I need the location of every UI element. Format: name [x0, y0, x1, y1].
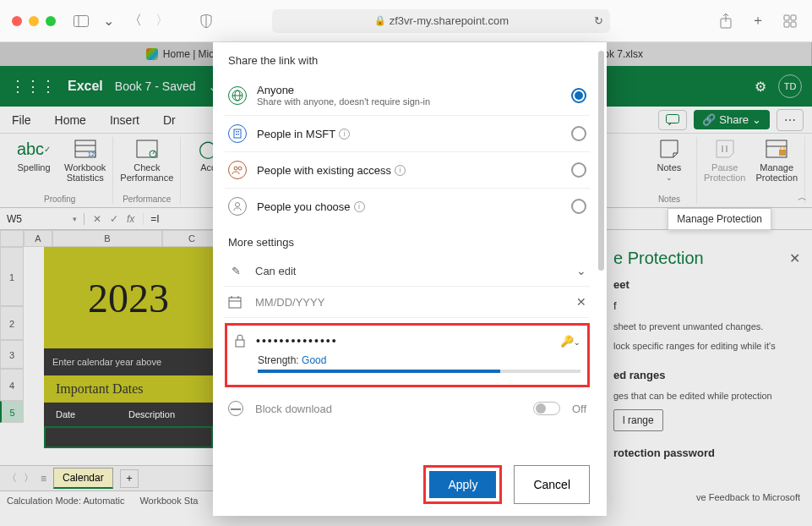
manage-protection-button[interactable]: Manage Protection: [755, 137, 798, 202]
sidebar-toggle-icon[interactable]: [71, 11, 91, 31]
notes-button[interactable]: Notes ⌄: [649, 137, 689, 193]
row-header[interactable]: 1: [0, 247, 24, 306]
wb-stats-status[interactable]: Workbook Sta: [139, 496, 198, 506]
calc-mode[interactable]: Calculation Mode: Automatic: [7, 496, 124, 506]
info-icon[interactable]: i: [339, 129, 350, 140]
tab-overview-icon[interactable]: [780, 11, 800, 31]
option-choose[interactable]: People you choosei: [225, 189, 590, 224]
safari-toolbar: ⌄ 〈 〉 🔒 zf3vr-my.sharepoint.com ↻ ＋: [0, 0, 812, 42]
pause-protection-button[interactable]: Pause Protection: [704, 137, 746, 202]
add-sheet-button[interactable]: ＋: [120, 469, 139, 488]
info-icon[interactable]: i: [395, 165, 406, 176]
col-header[interactable]: A: [24, 230, 52, 247]
pause-icon: [713, 137, 737, 161]
hint-cell[interactable]: Enter calendar year above: [44, 348, 213, 375]
svg-point-30: [234, 167, 237, 170]
block-toggle[interactable]: [533, 402, 560, 415]
shield-icon[interactable]: [196, 11, 216, 31]
col-header[interactable]: B: [52, 230, 162, 247]
sheet-nav-next[interactable]: 〉: [24, 471, 34, 485]
section-heading: eet: [613, 278, 800, 291]
chevron-down-icon: ▾: [73, 215, 77, 223]
share-settings-dialog: Share the link with Anyone Share with an…: [213, 42, 607, 516]
option-desc: Share with anyone, doesn't require sign-…: [257, 96, 561, 107]
section-heading: ed ranges: [613, 369, 800, 381]
close-window-button[interactable]: [12, 16, 22, 26]
fullscreen-window-button[interactable]: [46, 16, 56, 26]
scrollbar[interactable]: [598, 51, 604, 271]
option-msft[interactable]: People in MSFTi: [225, 116, 590, 152]
sheet-nav-prev[interactable]: 〈: [7, 471, 17, 485]
radio[interactable]: [571, 126, 586, 141]
forward-button[interactable]: 〉: [152, 11, 172, 31]
tab-draw[interactable]: Dr: [163, 113, 176, 127]
spelling-button[interactable]: abc✓ Spelling: [14, 137, 54, 193]
tab-insert[interactable]: Insert: [110, 113, 139, 127]
back-button[interactable]: 〈: [125, 11, 145, 31]
formula-value[interactable]: =I: [144, 213, 166, 225]
share-button[interactable]: 🔗 Share ⌄: [694, 110, 770, 129]
select-all-corner[interactable]: [0, 230, 24, 247]
clear-icon[interactable]: ✕: [576, 295, 586, 309]
permission-selector[interactable]: ✎ Can edit ⌄: [225, 255, 590, 287]
row-headers: 1 2 3 4 5: [0, 247, 24, 423]
accept-formula-icon[interactable]: ✓: [110, 213, 118, 225]
address-bar[interactable]: 🔒 zf3vr-my.sharepoint.com ↻: [272, 9, 610, 33]
fx-icon[interactable]: fx: [127, 213, 134, 225]
radio[interactable]: [571, 162, 586, 178]
dialog-section-title: Share the link with: [225, 54, 590, 67]
collapse-ribbon-icon[interactable]: ︿: [798, 191, 807, 204]
person-icon: [228, 197, 247, 216]
name-box[interactable]: W5 ▾: [0, 213, 84, 225]
building-icon: [228, 124, 247, 143]
expiry-date-field[interactable]: MM/DD/YYYY ✕: [225, 287, 590, 318]
spelling-icon: abc✓: [22, 137, 46, 161]
sheet-list-icon[interactable]: ≡: [41, 473, 46, 485]
cancel-formula-icon[interactable]: ✕: [93, 213, 101, 225]
reload-icon[interactable]: ↻: [594, 14, 603, 27]
new-tab-icon[interactable]: ＋: [748, 11, 768, 31]
close-panel-icon[interactable]: ✕: [789, 250, 800, 266]
more-button[interactable]: ⋯: [777, 109, 804, 131]
gear-icon[interactable]: ⚙: [755, 79, 766, 95]
tab-file[interactable]: File: [12, 113, 31, 127]
row-header[interactable]: 3: [0, 340, 24, 369]
important-dates-header[interactable]: Important Dates: [44, 375, 213, 403]
sheet-tab-calendar[interactable]: Calendar: [53, 468, 113, 489]
avatar[interactable]: TD: [778, 74, 802, 98]
more-settings-heading: More settings: [228, 236, 590, 249]
section-heading: rotection password: [613, 447, 800, 459]
radio[interactable]: [571, 199, 586, 214]
selected-cell[interactable]: [44, 426, 213, 448]
panel-title: e Protection ✕: [613, 249, 800, 268]
option-existing[interactable]: People with existing accessi: [225, 152, 590, 189]
radio-selected[interactable]: [571, 88, 586, 103]
row-header[interactable]: 2: [0, 306, 24, 340]
feedback-link[interactable]: ve Feedback to Microsoft: [696, 492, 800, 502]
document-name[interactable]: Book 7 - Saved: [115, 79, 196, 93]
minimize-window-button[interactable]: [29, 16, 39, 26]
year-cell[interactable]: 2023: [44, 247, 213, 348]
window-controls: [12, 16, 56, 26]
row-header[interactable]: 5: [0, 401, 24, 423]
app-launcher-icon[interactable]: ⋮⋮⋮: [10, 77, 56, 96]
section-desc: lock specific ranges for editing while i…: [613, 340, 800, 353]
workbook-stats-button[interactable]: 123 Workbook Statistics: [64, 137, 106, 193]
table-header-row[interactable]: Date Description: [44, 403, 213, 426]
chevron-down-icon[interactable]: ⌄: [98, 11, 118, 31]
row-header[interactable]: 4: [0, 369, 24, 401]
info-icon[interactable]: i: [354, 201, 365, 212]
share-icon[interactable]: [716, 11, 736, 31]
chevron-down-icon: ⌄: [752, 113, 761, 126]
comments-button[interactable]: [658, 110, 687, 130]
apply-button[interactable]: Apply: [429, 471, 496, 498]
check-performance-button[interactable]: Check Performance: [120, 137, 173, 193]
cancel-button[interactable]: Cancel: [514, 465, 590, 504]
stats-icon: 123: [74, 137, 97, 161]
unlock-range-button[interactable]: l range: [613, 409, 663, 431]
password-options-icon[interactable]: 🔑⌄: [560, 335, 580, 348]
calendar-icon: [228, 295, 243, 309]
password-input[interactable]: [256, 334, 550, 348]
tab-home[interactable]: Home: [55, 113, 86, 127]
option-anyone[interactable]: Anyone Share with anyone, doesn't requir…: [225, 75, 590, 116]
